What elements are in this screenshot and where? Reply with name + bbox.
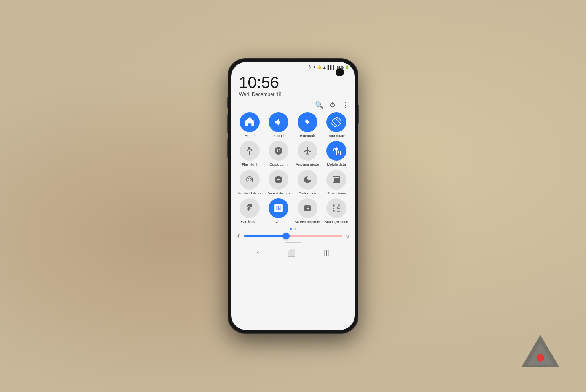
svg-rect-7 (333, 205, 334, 206)
nfc-status-icon: N (309, 65, 312, 69)
svg-point-2 (537, 354, 544, 362)
power-button (358, 105, 359, 124)
tile-qr-code[interactable]: Scan QR code (323, 198, 350, 224)
tile-hotspot[interactable]: Mobile Hotspot (236, 170, 263, 195)
screen-recorder-icon (298, 198, 317, 218)
clock-time: 10:56 (239, 75, 347, 91)
more-options-icon[interactable]: ⋮ (342, 101, 349, 109)
back-button[interactable]: ‹ (257, 249, 259, 257)
status-icons: N ✦ 🔔 ▲ ▌▌▌ 82% 🔋 (309, 65, 349, 69)
dnd-icon (269, 170, 288, 190)
smart-view-icon (326, 170, 346, 190)
tile-qr-code-label: Scan QR code (325, 220, 348, 224)
tile-flashlight-label: Flashlight (242, 162, 258, 166)
battery-icon: 🔋 (345, 65, 349, 69)
tile-dnd-label: Do not disturb (267, 191, 290, 195)
tile-wireless-power[interactable]: Wireless P (236, 198, 263, 224)
tile-nfc-label: NFC (275, 220, 282, 224)
tile-mobile-data-label: Mobile data (327, 162, 346, 166)
auto-rotate-icon (326, 112, 346, 132)
page-dot-1 (290, 228, 292, 230)
brightness-thumb[interactable] (283, 233, 290, 239)
phone-mockup: N ✦ 🔔 ▲ ▌▌▌ 82% 🔋 10:56 Wed, December 18… (228, 59, 358, 333)
tile-wireless-power-label: Wireless P (241, 220, 258, 224)
brightness-expand-icon[interactable]: ∨ (346, 233, 350, 240)
tile-screen-recorder[interactable]: Screen recorder (294, 198, 321, 224)
swipe-handle (285, 242, 301, 243)
quick-settings-grid: Home Sound Bluet (231, 112, 355, 224)
tile-bluetooth-label: Bluetooth (300, 134, 315, 138)
page-dot-2 (294, 228, 296, 230)
tile-sound[interactable]: Sound (265, 112, 292, 138)
clock-area: 10:56 Wed, December 18 (231, 71, 355, 99)
tile-dark-mode[interactable]: Dark mode (294, 170, 321, 195)
volume-up-button (227, 114, 228, 133)
tile-flashlight[interactable]: Flashlight (236, 141, 263, 166)
alarm-status-icon: 🔔 (317, 65, 322, 69)
tile-dark-mode-label: Dark mode (299, 191, 316, 195)
tile-sound-label: Sound (273, 134, 283, 138)
settings-icon[interactable]: ⚙ (330, 101, 336, 109)
wireless-power-icon (240, 198, 260, 218)
tile-mobile-data[interactable]: Mobile data (323, 141, 350, 166)
tile-home[interactable]: Home (236, 112, 263, 138)
svg-rect-9 (339, 205, 339, 206)
tile-hotspot-label: Mobile Hotspot (237, 191, 261, 195)
tile-nfc[interactable]: NFC (265, 198, 292, 224)
tile-quick-connect-label: Quick conn (269, 162, 288, 166)
airplane-icon (298, 141, 317, 161)
brand-logo (518, 331, 563, 377)
tile-auto-rotate-label: Auto rotate (328, 134, 345, 138)
page-indicators (231, 224, 355, 233)
recents-button[interactable]: ||| (324, 249, 329, 257)
brightness-control[interactable]: ☀ ∨ (231, 233, 355, 240)
bluetooth-status-icon: ✦ (313, 65, 316, 69)
hotspot-icon (240, 170, 260, 190)
tile-dnd[interactable]: Do not disturb (265, 170, 292, 195)
tile-quick-connect[interactable]: Quick conn (265, 141, 292, 166)
qs-header: 🔍 ⚙ ⋮ (231, 99, 355, 112)
search-icon[interactable]: 🔍 (315, 101, 323, 109)
quick-connect-icon (269, 141, 288, 161)
tile-smart-view-label: Smart View (327, 191, 346, 195)
tile-bluetooth[interactable]: Bluetooth (294, 112, 321, 138)
mobile-data-icon (326, 141, 346, 161)
volume-down-button (227, 139, 228, 158)
sound-icon (269, 112, 288, 132)
brightness-low-icon: ☀ (236, 233, 241, 239)
bixby-button (227, 97, 228, 108)
home-wifi-icon (240, 112, 260, 132)
phone-outer-frame: N ✦ 🔔 ▲ ▌▌▌ 82% 🔋 10:56 Wed, December 18… (228, 59, 358, 333)
nfc-tile-icon (269, 198, 288, 218)
tile-airplane[interactable]: Airplane mode (294, 141, 321, 166)
signal-status-icon: ▌▌▌ (328, 65, 336, 69)
clock-date: Wed, December 18 (239, 91, 347, 97)
tile-auto-rotate[interactable]: Auto rotate (323, 112, 350, 138)
tile-home-label: Home (245, 134, 254, 138)
wifi-status-icon: ▲ (323, 65, 326, 69)
bluetooth-icon (298, 112, 317, 132)
svg-rect-8 (333, 210, 334, 211)
qr-code-icon (326, 198, 346, 218)
home-button[interactable]: ⬜ (287, 249, 296, 257)
tile-airplane-label: Airplane mode (296, 162, 319, 166)
flashlight-icon (240, 141, 260, 161)
phone-screen: N ✦ 🔔 ▲ ▌▌▌ 82% 🔋 10:56 Wed, December 18… (231, 62, 355, 330)
tile-screen-recorder-label: Screen recorder (295, 220, 320, 224)
camera-hole (336, 68, 344, 76)
tile-smart-view[interactable]: Smart View (323, 170, 350, 195)
navigation-bar: ‹ ⬜ ||| (231, 245, 355, 261)
brightness-track[interactable] (244, 235, 342, 237)
dark-mode-icon (298, 170, 317, 190)
